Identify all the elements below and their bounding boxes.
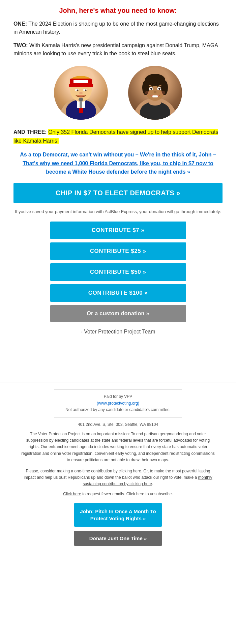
svg-rect-8: [69, 84, 93, 87]
svg-point-16: [79, 98, 83, 101]
actblue-note: If you've saved your payment information…: [13, 208, 223, 215]
contribute-100-button[interactable]: CONTRIBUTE $100 »: [50, 284, 186, 302]
paid-for-link-anchor[interactable]: (www.protectvoting.org): [97, 401, 139, 406]
svg-point-14: [79, 92, 83, 94]
svg-point-31: [160, 91, 165, 95]
monthly-footer-button[interactable]: John: Pitch In Once A Month To Protect V…: [74, 503, 162, 527]
point-one-text: The 2024 Election is shaping up to be on…: [13, 21, 219, 35]
consider-text1: Please, consider making a: [26, 469, 75, 473]
paid-for-line3: Not authorized by any candidate or candi…: [61, 407, 175, 413]
svg-point-13: [85, 90, 87, 91]
candidates-images: [13, 66, 223, 120]
custom-donation-button[interactable]: Or a custom donation »: [50, 305, 186, 322]
paid-for-line1: Paid for by VPP: [61, 393, 175, 400]
contribute-7-button[interactable]: CONTRIBUTE $7 »: [50, 222, 186, 239]
footer: Paid for by VPP (www.protectvoting.org) …: [0, 382, 236, 556]
paid-for-link[interactable]: (www.protectvoting.org): [61, 400, 175, 407]
svg-point-12: [77, 90, 79, 91]
paid-for-box: Paid for by VPP (www.protectvoting.org) …: [54, 389, 182, 417]
svg-rect-9: [73, 80, 88, 83]
footer-address: 401 2nd Ave. S, Ste. 303, Seattle, WA 98…: [20, 422, 216, 427]
svg-rect-29: [152, 95, 158, 97]
point-three: AND THREE: Only 352 Florida Democrats ha…: [13, 128, 223, 145]
headline: John, here's what you need to know:: [13, 7, 223, 14]
point-one: ONE: The 2024 Election is shaping up to …: [13, 20, 223, 36]
contribute-50-button[interactable]: CONTRIBUTE $50 »: [50, 263, 186, 281]
svg-point-26: [150, 88, 152, 90]
onetime-footer-button[interactable]: Donate Just One Time »: [74, 531, 162, 546]
svg-point-27: [158, 88, 160, 90]
harris-image: [128, 66, 182, 120]
trump-image: [54, 66, 108, 120]
chip-in-button[interactable]: CHIP IN $7 TO ELECT DEMOCRATS »: [13, 183, 223, 203]
point-one-label: ONE:: [13, 21, 27, 27]
footer-mission: The Voter Protection Project is on an im…: [20, 431, 216, 463]
svg-point-19: [149, 100, 161, 106]
point-two-text: With Kamala Harris's new presidential ca…: [13, 42, 218, 56]
contribute-25-button[interactable]: CONTRIBUTE $25 »: [50, 242, 186, 260]
point-two-label: TWO:: [13, 42, 28, 48]
consider-text3: .: [152, 481, 153, 486]
point-three-label: AND THREE:: [13, 129, 47, 135]
fewer-emails-link[interactable]: Click here: [63, 492, 81, 496]
footer-consider: Please, consider making a one-time contr…: [20, 468, 216, 488]
one-time-link[interactable]: one-time contribution by clicking here: [75, 469, 141, 473]
point-two: TWO: With Kamala Harris's new presidenti…: [13, 41, 223, 58]
unsubscribe-text2: to request fewer emails. Click here to u…: [81, 492, 173, 496]
svg-point-28: [154, 91, 156, 93]
cta-link[interactable]: As a top Democrat, we can't win without …: [13, 150, 223, 176]
footer-unsubscribe: Click here to request fewer emails. Clic…: [20, 492, 216, 496]
team-signature: - Voter Protection Project Team: [13, 329, 223, 335]
svg-point-30: [145, 91, 150, 95]
